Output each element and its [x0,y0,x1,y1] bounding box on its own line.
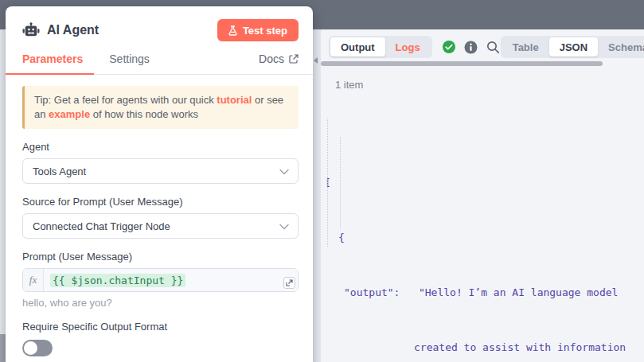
tab-logs[interactable]: Logs [385,37,431,56]
output-panel: Output Logs [321,29,644,362]
json-line: [ [321,173,644,192]
toggle-knob [24,341,37,355]
indent-guide [327,119,328,247]
agent-label: Agent [22,141,299,153]
json-line: { [321,228,644,247]
fx-badge: fx [23,269,44,291]
chevron-down-icon [279,224,289,230]
json-line: created to assist with information [321,338,644,356]
info-circle-icon [464,41,478,54]
view-json[interactable]: JSON [549,37,598,56]
output-status-icons [442,40,501,54]
example-link[interactable]: example [49,108,90,120]
external-link-icon [289,54,299,64]
expand-expression-button[interactable] [283,277,295,289]
robot-icon [22,22,40,38]
agent-select-value: Tools Agent [33,165,86,177]
flask-icon [228,25,237,36]
node-header: AI Agent Test step [6,6,313,41]
panel-resize-arrow[interactable] [314,57,318,64]
output-format-toggle[interactable] [22,340,53,356]
json-output-view: [ { "output": "Hello! I’m an AI language… [321,100,644,362]
active-tab-underline [6,73,94,75]
prompt-label: Prompt (User Message) [22,251,299,263]
view-table[interactable]: Table [502,37,549,56]
expression-value: {{ $json.chatInput }} [50,274,185,287]
view-schema[interactable]: Schema [598,37,644,56]
chevron-down-icon [279,169,289,175]
tab-output[interactable]: Output [330,37,385,56]
expression-preview: hello, who are you? [22,297,299,309]
docs-link[interactable]: Docs [259,53,299,65]
expression-input[interactable]: fx {{ $json.chatInput }} [22,268,299,292]
node-title: AI Agent [47,23,217,37]
prompt-source-select[interactable]: Connected Chat Trigger Node [22,213,299,239]
tutorial-link[interactable]: tutorial [217,94,252,106]
output-format-field: Require Specific Output Format [22,321,299,356]
expression-editor[interactable]: {{ $json.chatInput }} [44,269,298,291]
canvas-background-sliver [0,334,6,362]
tab-settings[interactable]: Settings [109,53,150,65]
parameters-body: Tip: Get a feel for agents with our quic… [6,75,313,356]
test-step-label: Test step [243,25,287,37]
expand-icon [286,279,293,286]
output-logs-switch: Output Logs [329,36,432,58]
view-mode-switch: Table JSON Schema [501,36,644,58]
check-circle-icon [442,40,456,54]
tab-parameters[interactable]: Parameters [22,53,83,65]
output-format-label: Require Specific Output Format [22,321,299,333]
horizontal-scrollbar [321,61,644,66]
docs-label: Docs [259,53,284,65]
tip-callout: Tip: Get a feel for agents with our quic… [22,86,299,129]
success-check-button[interactable] [442,40,456,54]
tip-text-suffix: of how this node works [90,108,198,120]
agent-select[interactable]: Tools Agent [22,158,299,184]
scrollbar-thumb[interactable] [321,61,603,66]
json-line: "output": "Hello! I’m an AI language mod… [321,283,644,302]
prompt-field: Prompt (User Message) fx {{ $json.chatIn… [22,251,299,309]
prompt-source-label: Source for Prompt (User Message) [22,196,299,208]
items-count: 1 item [335,79,644,91]
search-icon [486,41,500,54]
search-button[interactable] [486,40,501,54]
agent-field: Agent Tools Agent [22,141,299,184]
node-tabs: Parameters Settings Docs [6,53,313,75]
indent-guide [340,137,341,228]
test-step-button[interactable]: Test step [217,19,299,41]
output-panel-header: Output Logs [321,29,644,58]
info-button[interactable] [464,40,478,54]
prompt-source-value: Connected Chat Trigger Node [33,220,170,232]
node-settings-panel: AI Agent Test step Parameters Settings D… [6,6,313,362]
tip-text: Tip: Get a feel for agents with our quic… [34,94,217,106]
prompt-source-field: Source for Prompt (User Message) Connect… [22,196,299,239]
